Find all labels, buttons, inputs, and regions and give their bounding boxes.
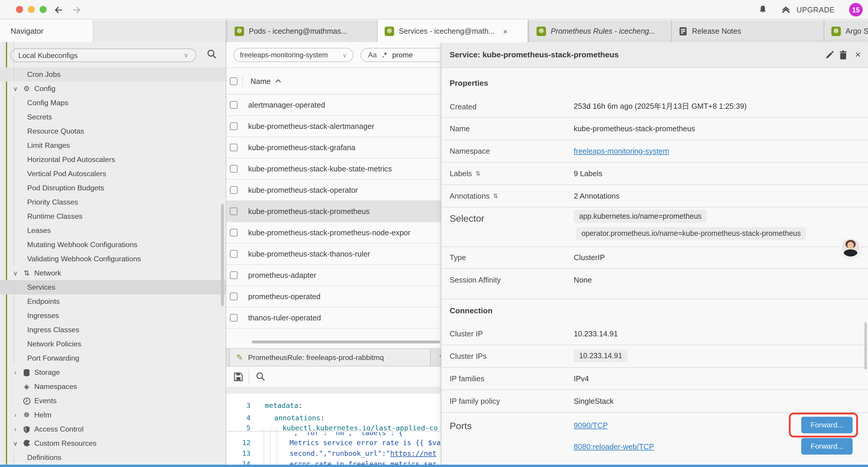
match-case-toggle[interactable]: Aa <box>368 51 377 59</box>
tab-argo[interactable]: ☸ Argo Se <box>824 20 868 42</box>
sidebar-item-endpoints[interactable]: Endpoints <box>0 294 226 309</box>
table-row[interactable]: alertmanager-operated <box>226 95 441 116</box>
sidebar-tree: Cron Jobs ∨ ⚙ Config Config Maps Secrets… <box>0 67 226 465</box>
tab-close-icon[interactable]: × <box>503 27 507 36</box>
row-checkbox[interactable] <box>230 207 238 215</box>
cluster-ip-badge: 10.233.14.91 <box>574 349 627 362</box>
table-row[interactable]: kube-prometheus-stack-kube-state-metrics <box>226 158 441 180</box>
sort-ascending-icon[interactable] <box>275 79 281 83</box>
row-checkbox[interactable] <box>230 229 238 236</box>
select-all-checkbox[interactable] <box>230 77 238 85</box>
forward-button[interactable]: Forward... <box>801 438 852 455</box>
sidebar-scrollbar-thumb[interactable] <box>221 204 224 306</box>
horizontal-scrollbar-thumb[interactable] <box>252 341 440 344</box>
created-row: Created 253d 16h 6m ago (2025年1月13日 GMT+… <box>441 95 868 118</box>
dock-tab-partial[interactable]: ✎ <box>434 349 441 366</box>
sidebar-item-leases[interactable]: Leases <box>0 224 226 238</box>
tab-prometheus-rules[interactable]: ☸ Prometheus Rules - icecheng... <box>529 20 672 42</box>
table-row[interactable]: kube-prometheus-stack-prometheus-node-ex… <box>226 222 441 243</box>
port-link[interactable]: 8080:reloader-web/TCP <box>574 442 654 451</box>
row-checkbox[interactable] <box>230 250 238 258</box>
close-traffic-light[interactable] <box>16 6 23 13</box>
namespace-link[interactable]: freeleaps-monitoring-system <box>574 146 669 155</box>
sidebar-item-priority-classes[interactable]: Priority Classes <box>0 195 226 209</box>
edit-pencil-icon[interactable] <box>824 50 834 60</box>
sidebar-item-services[interactable]: Services <box>0 280 226 294</box>
save-icon[interactable] <box>234 372 243 382</box>
sidebar-item-resource-quotas[interactable]: Resource Quotas <box>0 124 226 138</box>
zoom-traffic-light[interactable] <box>39 6 47 13</box>
regex-toggle[interactable]: .* <box>382 51 387 59</box>
sidebar-item-pod-disruption-budgets[interactable]: Pod Disruption Budgets <box>0 181 226 195</box>
editor-search-icon[interactable] <box>256 372 265 381</box>
forward-arrow-icon[interactable] <box>71 5 82 16</box>
trash-icon[interactable] <box>838 50 848 60</box>
navigator-label: Navigator <box>11 27 43 35</box>
tab-release-notes[interactable]: Release Notes <box>672 20 824 42</box>
minimize-traffic-light[interactable] <box>28 6 35 13</box>
tab-services[interactable]: ☸ Services - icecheng@math... × <box>378 20 528 42</box>
service-detail-panel: Service: kube-prometheus-stack-prometheu… <box>441 42 868 465</box>
sidebar-search-icon[interactable] <box>207 49 217 59</box>
list-search-input[interactable]: Aa .* prome <box>361 48 441 62</box>
row-checkbox[interactable] <box>230 101 238 109</box>
navigator-strip: Navigator <box>0 20 226 42</box>
avatar[interactable] <box>841 238 860 257</box>
sidebar-item-network[interactable]: ∨ ⇅ Network <box>0 266 226 280</box>
sidebar-item-events[interactable]: Events <box>0 394 226 408</box>
detail-scrollbar-thumb[interactable] <box>864 322 867 370</box>
sort-updown-icon[interactable]: ⇅ <box>493 193 498 199</box>
notification-count-badge[interactable]: 15 <box>849 3 863 17</box>
close-icon[interactable]: × <box>852 50 863 60</box>
port-link[interactable]: 9090/TCP <box>574 421 608 430</box>
sidebar-item-access-control[interactable]: › Access Control <box>0 422 226 436</box>
name-column-header[interactable]: Name <box>251 77 271 85</box>
table-row[interactable]: kube-prometheus-stack-grafana <box>226 137 441 158</box>
table-row[interactable]: prometheus-adapter <box>226 265 441 286</box>
search-query-text: prome <box>392 51 413 59</box>
row-checkbox[interactable] <box>230 271 238 279</box>
row-checkbox[interactable] <box>230 165 238 173</box>
sidebar-item-config-maps[interactable]: Config Maps <box>0 96 226 110</box>
table-row[interactable]: kube-prometheus-stack-thanos-ruler <box>226 243 441 265</box>
sidebar-item-limit-ranges[interactable]: Limit Ranges <box>0 138 226 152</box>
sidebar-item-definitions[interactable]: Definitions <box>0 450 226 465</box>
sidebar-item-port-forwarding[interactable]: Port Forwarding <box>0 351 226 365</box>
back-arrow-icon[interactable] <box>53 5 64 16</box>
row-checkbox[interactable] <box>230 186 238 194</box>
dock-tab-prometheusrule[interactable]: ✎ PrometheusRule: freeleaps-prod-rabbitm… <box>229 349 431 366</box>
row-checkbox[interactable] <box>230 144 238 151</box>
table-row-selected[interactable]: kube-prometheus-stack-prometheus <box>226 201 441 222</box>
sidebar-item-ingresses[interactable]: Ingresses <box>0 309 226 323</box>
namespace-filter-select[interactable]: freeleaps-monitoring-system ∨ <box>234 48 353 62</box>
sidebar-item-network-policies[interactable]: Network Policies <box>0 337 226 351</box>
tab-strip: Navigator ☸ Pods - icecheng@mathmas... ☸… <box>0 20 868 42</box>
sidebar-item-vertical-pod-autoscalers[interactable]: Vertical Pod Autoscalers <box>0 167 226 181</box>
sidebar-item-horizontal-pod-autoscalers[interactable]: Horizontal Pod Autoscalers <box>0 152 226 167</box>
sidebar-item-secrets[interactable]: Secrets <box>0 110 226 124</box>
table-row[interactable]: thanos-ruler-operated <box>226 308 441 329</box>
kubeconfig-selector[interactable]: Local Kubeconfigs ∨ <box>11 49 196 62</box>
tab-pods[interactable]: ☸ Pods - icecheng@mathmas... <box>227 20 378 42</box>
sidebar-item-runtime-classes[interactable]: Runtime Classes <box>0 209 226 224</box>
table-row[interactable]: kube-prometheus-stack-alertmanager <box>226 116 441 137</box>
sidebar-item-ingress-classes[interactable]: Ingress Classes <box>0 323 226 337</box>
sidebar-item-helm[interactable]: › ☸ Helm <box>0 408 226 422</box>
sidebar-item-namespaces[interactable]: ◈ Namespaces <box>0 380 226 394</box>
navigator-tab[interactable]: Navigator <box>0 20 93 42</box>
sidebar-item-custom-resources[interactable]: ∨ Custom Resources <box>0 436 226 450</box>
notifications-bell-icon[interactable] <box>758 5 768 15</box>
row-checkbox[interactable] <box>230 314 238 322</box>
row-checkbox[interactable] <box>230 293 238 300</box>
yaml-editor[interactable]: 3 metadata: 4 annotations: 5 kubectl.kub… <box>226 394 441 465</box>
sidebar-item-config[interactable]: ∨ ⚙ Config <box>0 82 226 96</box>
sort-updown-icon[interactable]: ⇅ <box>475 170 480 176</box>
sidebar-item-cron-jobs[interactable]: Cron Jobs <box>0 67 226 82</box>
row-checkbox[interactable] <box>230 122 238 130</box>
sidebar-item-storage[interactable]: › Storage <box>0 365 226 380</box>
sidebar-item-mutating-webhook-configurations[interactable]: Mutating Webhook Configurations <box>0 238 226 252</box>
sidebar-item-validating-webhook-configurations[interactable]: Validating Webhook Configurations <box>0 252 226 266</box>
upgrade-button[interactable]: UPGRADE <box>780 5 835 16</box>
table-row[interactable]: prometheus-operated <box>226 286 441 308</box>
table-row[interactable]: kube-prometheus-stack-operator <box>226 180 441 201</box>
